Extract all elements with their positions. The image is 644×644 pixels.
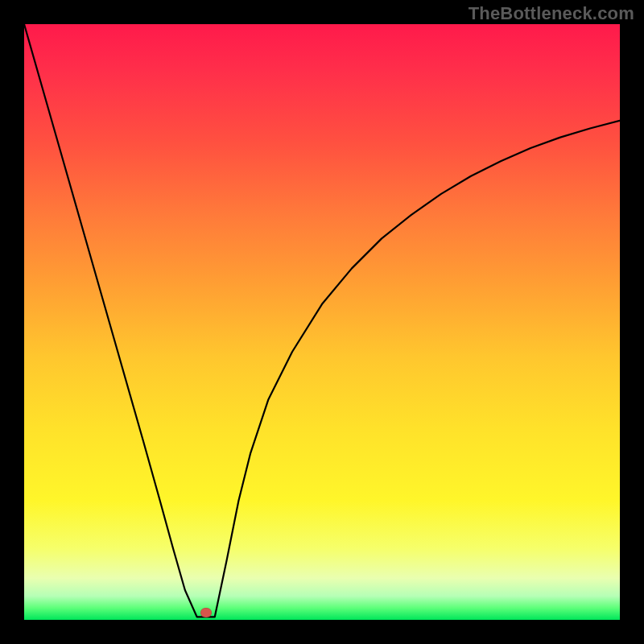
attribution-label: TheBottleneck.com bbox=[469, 3, 634, 24]
bottleneck-curve bbox=[24, 24, 620, 620]
plot-area bbox=[24, 24, 620, 620]
chart-frame: TheBottleneck.com bbox=[0, 0, 644, 644]
optimum-marker-icon bbox=[200, 608, 212, 617]
